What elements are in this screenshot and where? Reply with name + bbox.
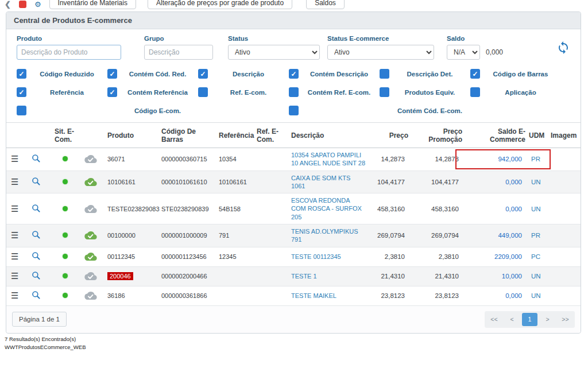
col-header-codigo-barras: Código De Barras (161, 127, 219, 144)
col-header-saldo-ecommerce: Saldo E-Commerce (462, 127, 525, 144)
product-description-link[interactable]: TESTE 00112345 (291, 253, 370, 261)
checkbox[interactable]: ✓ (380, 87, 389, 97)
product-description-link[interactable]: 10354 SAPATO PAMPILI 10 ANGEL NUDE SINT … (291, 151, 370, 168)
row-menu-icon[interactable]: ☰ (11, 204, 18, 214)
product-description-link[interactable]: TESTE MAIKEL (291, 292, 370, 300)
table-row: ☰ 00112345 0000001123456 12345 TESTE 001… (6, 247, 581, 267)
product-description-link[interactable]: ESCOVA REDONDA COM ROSCA - SURFOX 205 (291, 196, 370, 221)
status-select[interactable]: Ativo (228, 45, 320, 60)
produto-input[interactable] (17, 45, 121, 60)
produto-label: Produto (17, 35, 121, 42)
pagination-prev-button[interactable]: < (504, 313, 520, 326)
row-menu-icon[interactable]: ☰ (11, 154, 18, 164)
row-menu-icon[interactable]: ☰ (11, 290, 18, 300)
barcode: 0000002000466 (161, 273, 219, 280)
row-search-icon[interactable] (32, 230, 41, 239)
product-description-link[interactable]: CAIXA DE SOM KTS 1061 (291, 174, 370, 191)
results-count: 7 Resultado(s) Encontrado(s) (5, 335, 86, 343)
preco-promocao: 458,3160 (408, 206, 462, 212)
product-table-body: ☰ 36071 0000000360715 10354 10354 SAPATO… (6, 148, 581, 306)
filter-checkbox-item[interactable]: ✓ Descrição Det. (380, 69, 470, 79)
alteracao-precos-button[interactable]: Alteração de preços por grade de produto (148, 0, 292, 9)
filter-section: Produto Grupo Status Ativo Status E-comm… (6, 29, 581, 122)
filter-checkbox-item[interactable]: ✓ Produtos Equiv. (380, 87, 470, 97)
checkbox-label: Contém Ref. E-com. (299, 89, 380, 96)
col-header-preco: Preço (370, 131, 408, 140)
pagination-page-1-button[interactable]: 1 (522, 313, 537, 326)
filter-checkbox-item[interactable]: ✓ Código de Barras (470, 69, 561, 79)
row-search-icon[interactable] (32, 290, 41, 300)
row-menu-icon[interactable]: ☰ (11, 271, 18, 281)
checkbox[interactable]: ✓ (380, 69, 389, 79)
checkbox[interactable]: ✓ (289, 69, 299, 79)
table-footer: Página 1 de 1 << < 1 > >> (6, 306, 581, 333)
saldo-ecommerce: 942,000 (462, 156, 525, 162)
gear-icon[interactable]: ⚙ (34, 0, 41, 9)
inventario-materiais-button[interactable]: Inventário de Materiais (49, 0, 136, 9)
checkbox-label: Código de Barras (480, 71, 561, 78)
barcode: 0000000360715 (161, 156, 219, 162)
filter-checkbox-item[interactable]: ✓ Referência (17, 87, 107, 97)
filter-checkbox-item[interactable]: ✓ Descrição (198, 69, 289, 79)
checkbox[interactable]: ✓ (107, 69, 117, 79)
row-menu-icon[interactable]: ☰ (11, 177, 18, 187)
checkbox[interactable]: ✓ (289, 87, 299, 97)
product-description-link[interactable]: TENIS AD.OLYMPIKUS 791 (291, 227, 370, 244)
checkbox[interactable]: ✓ (470, 69, 480, 79)
filter-checkbox-item[interactable]: ✓ Código Reduzido (17, 69, 107, 79)
row-search-icon[interactable] (32, 177, 41, 186)
udm: UN (525, 206, 548, 212)
back-icon[interactable]: ❮ (5, 0, 11, 9)
checkbox[interactable]: ✓ (289, 106, 299, 115)
checkbox-label: Código Reduzido (26, 71, 107, 78)
filter-checkbox-item[interactable]: ✓ Aplicação (470, 87, 561, 97)
row-search-icon[interactable] (32, 154, 41, 163)
table-row: ☰ 36071 0000000360715 10354 10354 SAPATO… (6, 148, 581, 171)
product-code: 00112345 (107, 253, 135, 260)
product-code: 200046 (107, 272, 133, 280)
filter-checkbox-item[interactable]: ✓ Contém Referência (107, 87, 198, 97)
checkmark-icon: ✓ (291, 71, 296, 78)
filter-checkbox-item[interactable]: ✓ Contém Cód. Red. (107, 69, 198, 79)
product-table: Sit. E-Com. Produto Código De Barras Ref… (6, 122, 581, 306)
status-ecommerce-select[interactable]: Ativo (327, 45, 434, 60)
pagination-next-button[interactable]: > (540, 313, 555, 326)
saldos-button[interactable]: Saldos (306, 0, 345, 9)
row-search-icon[interactable] (32, 251, 41, 261)
row-menu-icon[interactable]: ☰ (11, 230, 18, 240)
grupo-input[interactable] (144, 45, 213, 60)
checkbox[interactable]: ✓ (17, 69, 26, 79)
udm: PR (525, 232, 548, 239)
filter-checkbox-item[interactable]: ✓ Contém Descrição (289, 69, 380, 79)
checkbox[interactable]: ✓ (17, 106, 26, 115)
preco-promocao: 14,2873 (408, 156, 462, 162)
product-description-link[interactable]: TESTE 1 (291, 272, 370, 280)
row-search-icon[interactable] (32, 271, 41, 280)
filter-checkbox-item[interactable]: ✓ Ref. E-com. (198, 87, 289, 97)
saldo-select[interactable]: N/A (447, 45, 480, 60)
preco: 14,2873 (370, 156, 408, 162)
checkmark-icon: ✓ (472, 71, 478, 78)
barcode: 0000001000009 (161, 232, 219, 239)
page-info-button[interactable]: Página 1 de 1 (12, 312, 67, 327)
ecom-status-dot (63, 293, 68, 298)
filter-checkbox-item[interactable]: ✓ Contém Ref. E-com. (289, 87, 380, 97)
col-header-imagem: Imagem (548, 131, 577, 140)
pagination-first-button[interactable]: << (486, 313, 502, 326)
page-title: Central de Produtos E-commerce (6, 12, 581, 29)
checkbox[interactable]: ✓ (198, 69, 208, 79)
row-search-icon[interactable] (32, 204, 41, 213)
checkbox-label: Referência (26, 89, 107, 96)
row-menu-icon[interactable]: ☰ (11, 251, 18, 261)
filter-checkbox-item[interactable]: ✓ Código E-com. (17, 106, 289, 115)
checkbox[interactable]: ✓ (470, 87, 480, 97)
checkmark-icon: ✓ (200, 71, 206, 78)
checkbox-label: Contém Cód. Red. (117, 71, 198, 78)
checkbox[interactable]: ✓ (198, 87, 208, 97)
pagination-last-button[interactable]: >> (558, 313, 573, 326)
referencia: 54B158 (219, 206, 257, 212)
refresh-icon[interactable] (556, 41, 570, 57)
filter-checkbox-item[interactable]: ✓ Contém Cód. E-com. (289, 106, 561, 115)
checkbox[interactable]: ✓ (17, 87, 26, 97)
checkbox[interactable]: ✓ (107, 87, 117, 97)
